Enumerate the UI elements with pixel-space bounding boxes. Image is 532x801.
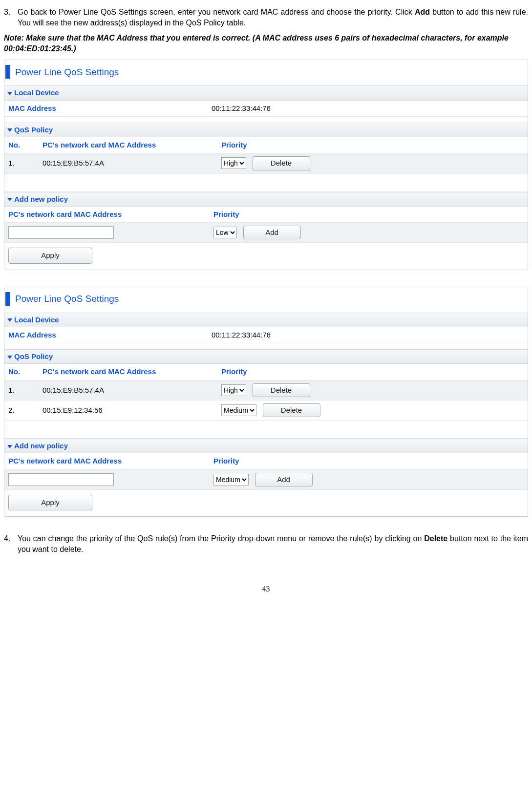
row-mac: 00:15:E9:12:34:56 bbox=[39, 400, 217, 420]
title-accent-bar bbox=[5, 292, 10, 306]
mac-address-label: MAC Address bbox=[4, 327, 208, 343]
mac-address-label: MAC Address bbox=[4, 101, 208, 117]
row-mac: 00:15:E9:B5:57:4A bbox=[39, 153, 217, 173]
step-4: 4. You can change the priority of the Qo… bbox=[4, 533, 528, 554]
panel-title-row: Power Line QoS Settings bbox=[4, 60, 528, 85]
col-priority: Priority bbox=[217, 364, 528, 380]
col-pc-mac: PC's network card MAC Address bbox=[39, 137, 217, 153]
section-local-device-label: Local Device bbox=[14, 88, 59, 97]
step-3-number: 3. bbox=[4, 7, 15, 18]
section-add-new[interactable]: Add new policy bbox=[4, 192, 528, 207]
section-local-device[interactable]: Local Device bbox=[4, 313, 528, 327]
row-no: 1. bbox=[4, 153, 39, 173]
step-4-body: You can change the priority of the QoS r… bbox=[18, 533, 528, 554]
apply-button[interactable]: Apply bbox=[8, 495, 92, 510]
local-mac-value: 00:11:22:33:44:76 bbox=[208, 101, 528, 117]
apply-button[interactable]: Apply bbox=[8, 248, 92, 263]
panel-title: Power Line QoS Settings bbox=[15, 66, 119, 79]
section-qos-policy[interactable]: QoS Policy bbox=[4, 123, 528, 137]
col-no: No. bbox=[4, 137, 39, 153]
qos-policy-table-2: No. PC's network card MAC Address Priori… bbox=[4, 364, 528, 439]
chevron-down-icon bbox=[7, 356, 12, 359]
section-qos-policy-label: QoS Policy bbox=[14, 126, 53, 134]
section-qos-policy-label: QoS Policy bbox=[14, 352, 53, 360]
qos-policy-table-1: No. PC's network card MAC Address Priori… bbox=[4, 137, 528, 192]
add-priority-select[interactable]: Medium bbox=[213, 474, 249, 485]
step-4-bold: Delete bbox=[424, 534, 447, 543]
add-priority-label: Priority bbox=[210, 207, 528, 223]
add-priority-label: Priority bbox=[210, 453, 528, 469]
section-local-device[interactable]: Local Device bbox=[4, 85, 528, 100]
section-add-new-label: Add new policy bbox=[14, 442, 68, 450]
add-new-table-2: PC's network card MAC Address Priority M… bbox=[4, 453, 528, 490]
row-no: 2. bbox=[4, 400, 39, 420]
col-pc-mac: PC's network card MAC Address bbox=[39, 364, 217, 380]
table-row: 1. 00:15:E9:B5:57:4A High Delete bbox=[4, 380, 528, 400]
step-3-text-a: Go back to Power Line QoS Settings scree… bbox=[18, 8, 415, 16]
table-row: 1. 00:15:E9:B5:57:4A High Delete bbox=[4, 153, 528, 173]
step-3: 3. Go back to Power Line QoS Settings sc… bbox=[4, 7, 528, 28]
chevron-down-icon bbox=[7, 92, 12, 95]
add-pc-mac-label: PC's network card MAC Address bbox=[4, 453, 210, 469]
delete-button[interactable]: Delete bbox=[263, 403, 320, 417]
local-device-table: MAC Address 00:11:22:33:44:76 bbox=[4, 327, 528, 343]
local-mac-value: 00:11:22:33:44:76 bbox=[208, 327, 528, 343]
add-pc-mac-label: PC's network card MAC Address bbox=[4, 207, 210, 223]
add-new-table-1: PC's network card MAC Address Priority L… bbox=[4, 207, 528, 243]
page-number: 43 bbox=[4, 584, 528, 594]
priority-select[interactable]: High bbox=[221, 157, 246, 169]
row-mac: 00:15:E9:B5:57:4A bbox=[39, 380, 217, 400]
note-text: Note: Make sure that the MAC Address tha… bbox=[4, 33, 528, 54]
step-4-number: 4. bbox=[4, 533, 15, 544]
step-3-body: Go back to Power Line QoS Settings scree… bbox=[18, 7, 528, 28]
step-3-bold: Add bbox=[415, 8, 430, 16]
qos-panel-1: Power Line QoS Settings Local Device MAC… bbox=[4, 60, 528, 270]
chevron-down-icon bbox=[7, 318, 12, 322]
title-accent-bar bbox=[5, 65, 10, 79]
table-row: 2. 00:15:E9:12:34:56 Medium Delete bbox=[4, 400, 528, 420]
add-button[interactable]: Add bbox=[255, 473, 313, 486]
chevron-down-icon bbox=[7, 128, 12, 132]
col-priority: Priority bbox=[217, 137, 528, 153]
priority-select[interactable]: High bbox=[221, 384, 246, 396]
add-button[interactable]: Add bbox=[243, 226, 301, 239]
section-local-device-label: Local Device bbox=[14, 316, 59, 324]
panel-title-row: Power Line QoS Settings bbox=[4, 287, 528, 313]
panel-title: Power Line QoS Settings bbox=[15, 293, 119, 305]
chevron-down-icon bbox=[7, 198, 12, 201]
chevron-down-icon bbox=[7, 445, 12, 448]
local-device-table: MAC Address 00:11:22:33:44:76 bbox=[4, 101, 528, 117]
add-priority-select[interactable]: Low bbox=[213, 227, 237, 238]
add-mac-input[interactable] bbox=[8, 473, 114, 486]
add-mac-input[interactable] bbox=[8, 226, 114, 239]
section-qos-policy[interactable]: QoS Policy bbox=[4, 349, 528, 364]
delete-button[interactable]: Delete bbox=[253, 383, 310, 397]
col-no: No. bbox=[4, 364, 39, 380]
step-4-text-a: You can change the priority of the QoS r… bbox=[18, 534, 424, 543]
delete-button[interactable]: Delete bbox=[253, 156, 310, 170]
row-no: 1. bbox=[4, 380, 39, 400]
section-add-new[interactable]: Add new policy bbox=[4, 439, 528, 453]
section-add-new-label: Add new policy bbox=[14, 195, 68, 203]
qos-panel-2: Power Line QoS Settings Local Device MAC… bbox=[4, 287, 528, 517]
priority-select[interactable]: Medium bbox=[221, 404, 256, 416]
